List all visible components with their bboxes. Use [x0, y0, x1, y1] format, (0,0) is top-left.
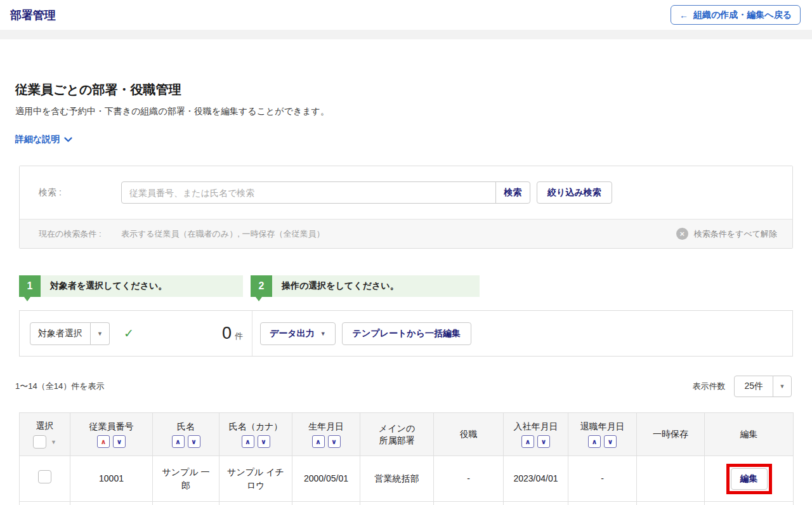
row-checkbox[interactable]: [38, 470, 51, 483]
cell-position: -: [434, 456, 504, 502]
selected-count: 0 件: [222, 324, 243, 343]
header-select: 選択 ▼: [20, 413, 70, 456]
header-position: 役職: [434, 413, 504, 456]
list-meta-row: 1〜14（全14）件を表示 表示件数 25件 ▼: [15, 376, 792, 397]
target-select-dropdown: 対象者選択 ▼: [30, 322, 110, 345]
current-filter-value: 表示する従業員（在職者のみ）, 一時保存（全従業員）: [121, 228, 676, 240]
step-1-badge: 1: [19, 275, 41, 297]
search-button[interactable]: 検索: [495, 181, 530, 204]
step-indicators: 1 対象者を選択してください。 2 操作の選択をしてください。: [19, 275, 793, 297]
sort-asc-birth-date-button[interactable]: ∧: [312, 435, 325, 448]
clear-filters-label: 検索条件をすべて解除: [694, 228, 777, 240]
cell-main-department: 営業統括部: [360, 456, 434, 502]
header-leave-date: 退職年月日 ∧ ∨: [568, 413, 637, 456]
selection-check-icon: ✓: [124, 326, 134, 341]
topbar: 部署管理 ← 組織の作成・編集へ戻る: [0, 0, 812, 30]
cell-kana: サンプル イチロウ: [219, 456, 292, 502]
search-label: 検索 :: [39, 187, 121, 199]
template-bulk-edit-button[interactable]: テンプレートから一括編集: [342, 322, 471, 345]
target-selection-group: 対象者選択 ▼ ✓ 0 件: [20, 311, 252, 356]
header-draft: 一時保存: [637, 413, 705, 456]
back-button-label: 組織の作成・編集へ戻る: [693, 10, 792, 21]
page-title: 従業員ごとの部署・役職管理: [15, 81, 812, 98]
per-page-control: 表示件数 25件 ▼: [692, 376, 792, 397]
step-2-banner: 2 操作の選択をしてください。: [251, 275, 480, 297]
header-employee-no: 従業員番号 ∧ ∨: [70, 413, 153, 456]
search-input-group: 検索: [121, 181, 530, 204]
clear-circle-x-icon: ×: [676, 228, 688, 240]
back-to-org-edit-button[interactable]: ← 組織の作成・編集へ戻る: [671, 5, 801, 25]
search-panel: 検索 : 検索 絞り込み検索 現在の検索条件 : 表示する従業員（在職者のみ）,…: [19, 166, 793, 249]
sort-desc-kana-button[interactable]: ∨: [258, 435, 270, 448]
target-select-button[interactable]: 対象者選択: [30, 322, 91, 345]
advanced-filter-button[interactable]: 絞り込み検索: [537, 181, 612, 204]
cell-select: [20, 456, 70, 502]
header-birth-date: 生年月日 ∧ ∨: [292, 413, 360, 456]
search-row: 検索 : 検索 絞り込み検索: [20, 166, 792, 219]
target-select-caret-icon[interactable]: ▼: [91, 322, 110, 345]
sort-desc-hire-date-button[interactable]: ∨: [537, 435, 550, 448]
action-panel: 対象者選択 ▼ ✓ 0 件 データ出力 ▼ テンプレートから一括編集: [19, 310, 793, 357]
per-page-caret-icon[interactable]: ▼: [773, 376, 792, 397]
sort-asc-name-button[interactable]: ∧: [172, 435, 185, 448]
sort-asc-leave-date-button[interactable]: ∧: [588, 435, 601, 448]
data-export-button[interactable]: データ出力 ▼: [260, 322, 336, 345]
cell-draft: [637, 456, 705, 502]
step-1-label: 対象者を選択してください。: [50, 280, 167, 292]
per-page-label: 表示件数: [692, 381, 725, 392]
page-description: 適用中を含む予約中・下書きの組織の部署・役職を編集することができます。: [15, 106, 812, 117]
header-kana: 氏名（カナ） ∧ ∨: [219, 413, 292, 456]
header-name: 氏名 ∧ ∨: [153, 413, 219, 456]
cell-edit: 編集: [705, 456, 794, 502]
edit-button-highlight-box: 編集: [726, 464, 772, 494]
header-select-label: 選択: [22, 420, 67, 432]
table-row: 10001 サンプル 一郎 サンプル イチロウ 2000/05/01 営業統括部…: [20, 456, 794, 502]
table-row-partial: [20, 502, 794, 505]
header-hire-date: 入社年月日 ∧ ∨: [504, 413, 568, 456]
main-content: 従業員ごとの部署・役職管理 適用中を含む予約中・下書きの組織の部署・役職を編集す…: [0, 81, 812, 505]
cell-name: サンプル 一郎: [153, 456, 219, 502]
header-main-department: メインの 所属部署: [360, 413, 434, 456]
selected-count-number: 0: [222, 324, 232, 343]
current-filter-label: 現在の検索条件 :: [39, 228, 121, 240]
sort-asc-hire-date-button[interactable]: ∧: [521, 435, 534, 448]
detail-description-link[interactable]: 詳細な説明: [15, 134, 72, 145]
sort-desc-employee-no-button[interactable]: ∨: [113, 435, 126, 448]
current-filter-row: 現在の検索条件 : 表示する従業員（在職者のみ）, 一時保存（全従業員） × 検…: [20, 219, 792, 248]
per-page-select: 25件 ▼: [734, 376, 792, 397]
table-header-row: 選択 ▼ 従業員番号 ∧ ∨ 氏名 ∧: [20, 413, 794, 456]
sort-asc-kana-button[interactable]: ∧: [242, 435, 254, 448]
select-all-caret-icon[interactable]: ▼: [51, 438, 56, 446]
clear-filters-button[interactable]: × 検索条件をすべて解除: [676, 228, 777, 240]
cell-birth-date: 2000/05/01: [292, 456, 360, 502]
sort-desc-name-button[interactable]: ∨: [188, 435, 200, 448]
select-all-checkbox[interactable]: [33, 435, 46, 449]
app-title: 部署管理: [10, 8, 56, 23]
search-input[interactable]: [121, 181, 496, 204]
per-page-value[interactable]: 25件: [734, 376, 773, 397]
step-2-badge: 2: [251, 275, 272, 297]
sort-desc-leave-date-button[interactable]: ∨: [604, 435, 617, 448]
sort-asc-employee-no-button[interactable]: ∧: [97, 435, 110, 448]
chevron-down-icon: [64, 137, 72, 143]
cell-employee-no: 10001: [70, 456, 153, 502]
cell-leave-date: -: [568, 456, 637, 502]
selected-count-unit: 件: [235, 331, 243, 342]
operation-buttons-group: データ出力 ▼ テンプレートから一括編集: [252, 311, 471, 356]
data-export-label: データ出力: [270, 328, 315, 339]
step-1-banner: 1 対象者を選択してください。: [19, 275, 243, 297]
employee-table: 選択 ▼ 従業員番号 ∧ ∨ 氏名 ∧: [19, 412, 794, 505]
row-edit-button[interactable]: 編集: [731, 468, 768, 490]
left-arrow-icon: ←: [679, 10, 688, 20]
sort-desc-birth-date-button[interactable]: ∨: [328, 435, 341, 448]
detail-link-label: 詳細な説明: [15, 134, 60, 145]
cell-hire-date: 2023/04/01: [504, 456, 568, 502]
data-export-caret-icon: ▼: [320, 331, 326, 337]
result-range-text: 1〜14（全14）件を表示: [15, 381, 104, 392]
step-2-label: 操作の選択をしてください。: [282, 280, 399, 292]
header-divider-strip: [0, 30, 812, 39]
header-edit: 編集: [705, 413, 794, 456]
